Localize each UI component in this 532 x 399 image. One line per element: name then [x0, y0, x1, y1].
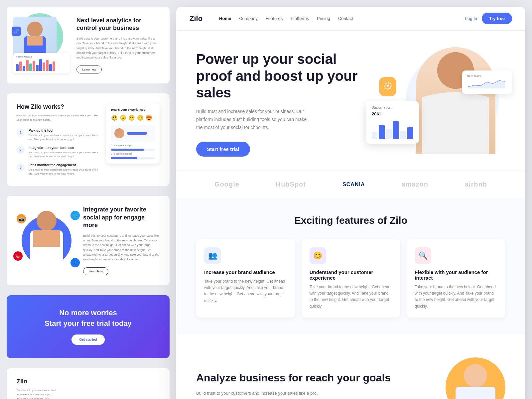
- engage-label-2: 248 people engaged: [111, 153, 132, 155]
- start-trial-button[interactable]: Start free trial: [196, 142, 250, 157]
- feedback-card: How's your experience? 😢 😕 😐 😊 😍: [106, 103, 160, 164]
- svg-point-9: [464, 364, 487, 387]
- hero-left-image: 🔗 Visitors Growth: [13, 17, 70, 73]
- integrate-section: 📸 🐦 ⊕ f Integrate your favorite social a…: [7, 196, 170, 285]
- step-2-title: Integrate it on your business: [29, 146, 100, 150]
- facebook-icon: f: [70, 258, 80, 267]
- nav-link-company[interactable]: Company: [239, 16, 258, 21]
- nav-link-home[interactable]: Home: [219, 16, 231, 21]
- login-button[interactable]: Log In: [465, 16, 477, 21]
- brand-google: Google: [214, 181, 239, 188]
- brand-scania: SCANIA: [342, 182, 365, 188]
- svg-rect-5: [33, 230, 60, 247]
- bar10: [46, 60, 49, 71]
- nav-link-contact[interactable]: Contact: [338, 16, 353, 21]
- emoji-love: 😍: [146, 115, 152, 121]
- step-2: 2 Integrate it on your business Build tr…: [17, 146, 100, 159]
- nav-link-pricing[interactable]: Pricing: [317, 16, 330, 21]
- nav-links: Home Company Features Platforms Pricing …: [219, 16, 455, 21]
- nav-link-features[interactable]: Features: [266, 16, 283, 21]
- step-3-number: 3: [17, 163, 25, 171]
- brand-hubspot: HubSpot: [276, 181, 306, 188]
- navbar: Zilo Home Company Features Platforms Pri…: [176, 7, 525, 31]
- btn-bar: [127, 132, 147, 135]
- feature-desc-3: Take your brand to the new height. Get a…: [415, 284, 497, 310]
- stats-bar-3: [386, 129, 392, 139]
- bar1: [16, 64, 19, 71]
- hero-left-text: Next level analytics for control your bu…: [76, 17, 160, 73]
- hero-person-right: [416, 47, 495, 154]
- get-started-button[interactable]: Get started: [71, 334, 105, 345]
- feature-icon-1: 👥: [204, 247, 221, 264]
- svg-point-0: [27, 22, 43, 37]
- hero-right-section: Power up your social proof and boost up …: [176, 31, 525, 170]
- feature-title-1: Increase your brand audience: [204, 269, 287, 275]
- step-1-desc: Build trust to your customers and increa…: [29, 133, 100, 141]
- integrate-description: Build trust to your customers and increa…: [83, 233, 160, 262]
- traffic-card: New Traffic: [462, 70, 512, 94]
- person-right-svg: [416, 47, 495, 154]
- step-2-number: 2: [17, 146, 25, 154]
- engage-label-1: 278 people engaged: [111, 144, 132, 147]
- how-steps-list: 1 Pick up the tool Build trust to your c…: [17, 129, 100, 176]
- footer-brand: Zilo: [17, 378, 160, 385]
- svg-rect-2: [27, 36, 43, 46]
- hero-left-section: 🔗 Visitors Growth: [7, 7, 170, 83]
- footer-section: Zilo Build trust to your customers and i…: [7, 368, 170, 399]
- stats-bar-6: [407, 127, 413, 139]
- how-right-visual: How's your experience? 😢 😕 😐 😊 😍: [106, 103, 160, 176]
- step-2-content: Integrate it on your business Build trus…: [29, 146, 100, 159]
- analyze-visual: [422, 351, 505, 399]
- nav-actions: Log In Try free: [465, 13, 512, 24]
- bar9: [43, 63, 45, 71]
- feature-icon-emoji-1: 👥: [208, 251, 217, 260]
- step-1-title: Pick up the tool: [29, 129, 100, 132]
- bar6: [33, 61, 35, 71]
- analyze-title: Analyze business for reach your goals: [196, 371, 409, 385]
- analyze-description: Build trust to your customers and increa…: [196, 390, 409, 397]
- try-free-button[interactable]: Try free: [482, 13, 512, 24]
- avatar: [114, 128, 124, 138]
- hero-main-description: Build trust and increase sales for your …: [196, 108, 313, 131]
- brand-airbnb: airbnb: [465, 181, 487, 188]
- integrate-person-svg: [20, 207, 73, 274]
- hero-right-text: Power up your social proof and boost up …: [196, 51, 366, 157]
- bar8: [39, 59, 42, 71]
- right-panel: Zilo Home Company Features Platforms Pri…: [176, 7, 525, 399]
- stats-card: Statics report 20K+: [366, 101, 419, 144]
- engagement-bars: 278 people engaged 248 people engaged: [111, 144, 155, 159]
- step-3: 3 Let's monitor the engagement Build tru…: [17, 163, 100, 176]
- how-description: Build trust to your customers and increa…: [17, 114, 100, 122]
- step-3-desc: Build trust to your customers and increa…: [29, 168, 100, 176]
- feature-card-3: 🔍 Flexible with your audience for intera…: [407, 239, 505, 318]
- features-grid: 👥 Increase your brand audience Take your…: [196, 239, 505, 318]
- chart-label: Visitors Growth: [16, 56, 67, 58]
- how-left-content: How Zilo works? Build trust to your cust…: [17, 103, 100, 176]
- analyze-section: Analyze business for reach your goals Bu…: [176, 334, 525, 399]
- bar3: [23, 66, 25, 71]
- bar5: [29, 64, 32, 71]
- features-section: Exciting features of Zilo 👥 Increase you…: [176, 198, 525, 334]
- stats-bar-5: [400, 131, 406, 139]
- svg-rect-10: [456, 387, 495, 399]
- settings-icon: [384, 82, 392, 90]
- feature-title-3: Flexible with your audience for interact: [415, 269, 497, 281]
- footer-brand-desc: Build trust to your customers and increa…: [17, 388, 57, 399]
- emoji-happy: 😊: [137, 115, 144, 121]
- brand-amazon: amazon: [401, 181, 428, 188]
- feature-desc-1: Take your brand to the new height. Get a…: [204, 278, 287, 304]
- chart-bars: [16, 59, 67, 71]
- stats-card-title: Statics report: [372, 106, 413, 109]
- traffic-line-chart: [467, 79, 507, 88]
- step-1: 1 Pick up the tool Build trust to your c…: [17, 129, 100, 141]
- stats-value: 20K+: [372, 111, 413, 116]
- stats-bar-4: [393, 121, 399, 139]
- integrate-learn-more-button[interactable]: Learn how: [83, 267, 108, 275]
- nav-link-platforms[interactable]: Platforms: [291, 16, 309, 21]
- avatar-card: [111, 125, 155, 142]
- step-3-content: Let's monitor the engagement Build trust…: [29, 163, 100, 176]
- integrate-title: Integrate your favorite social app for e…: [83, 206, 160, 229]
- learn-more-button[interactable]: Learn how: [76, 66, 102, 73]
- engage-bar-fill-2: [111, 157, 137, 159]
- social-badge-icon: 🔗: [12, 27, 21, 36]
